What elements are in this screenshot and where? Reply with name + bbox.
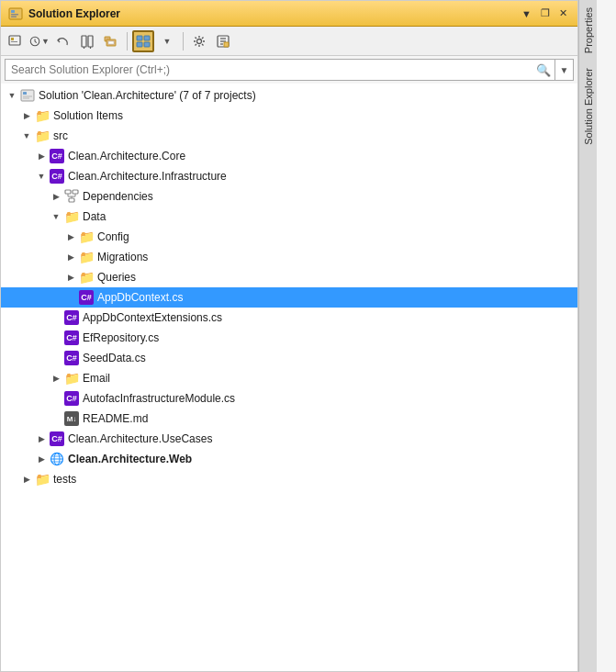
history-button[interactable]: ▼ bbox=[28, 30, 50, 52]
infra-expand bbox=[34, 169, 49, 184]
search-button[interactable]: 🔍 bbox=[532, 59, 554, 81]
close-button[interactable]: ✕ bbox=[556, 6, 570, 20]
sync-view-button[interactable] bbox=[5, 30, 27, 52]
tree-item-config[interactable]: 📁 Config bbox=[1, 227, 577, 247]
history-dropdown-arrow: ▼ bbox=[41, 37, 50, 46]
svg-rect-8 bbox=[82, 36, 86, 47]
active-view-button[interactable] bbox=[132, 30, 154, 52]
search-dropdown-button[interactable]: ▼ bbox=[554, 59, 573, 81]
view-options-dropdown[interactable]: ▼ bbox=[156, 30, 178, 52]
collapse-button[interactable] bbox=[76, 30, 98, 52]
tests-label: tests bbox=[53, 473, 76, 486]
tree-item-readme[interactable]: M↓ README.md bbox=[1, 409, 577, 429]
undo-button[interactable] bbox=[52, 30, 74, 52]
web-expand bbox=[34, 452, 49, 466]
appdbcontextext-csharp-icon: C# bbox=[63, 309, 80, 326]
title-text: Solution Explorer bbox=[28, 7, 120, 20]
svg-rect-15 bbox=[137, 36, 142, 40]
appdbcontext-csharp-icon: C# bbox=[78, 289, 95, 306]
toolbar-separator-1 bbox=[127, 32, 128, 50]
show-files-icon bbox=[104, 34, 118, 49]
side-panel: Properties Solution Explorer bbox=[578, 0, 597, 672]
svg-rect-30 bbox=[73, 190, 78, 194]
seeddata-label: SeedData.cs bbox=[83, 352, 146, 364]
tree-item-appdbcontextext[interactable]: C# AppDbContextExtensions.cs bbox=[1, 308, 577, 328]
src-label: src bbox=[53, 129, 68, 142]
tree-item-efrepository[interactable]: C# EfRepository.cs bbox=[1, 328, 577, 348]
tree-item-web[interactable]: Clean.Architecture.Web bbox=[1, 449, 577, 469]
folder-icon: 📁 bbox=[34, 107, 50, 124]
readme-md-icon: M↓ bbox=[63, 410, 80, 427]
title-bar-left: Solution Explorer bbox=[8, 6, 120, 21]
svg-rect-16 bbox=[137, 42, 142, 47]
queries-expand bbox=[63, 270, 78, 285]
solution-items-label: Solution Items bbox=[53, 109, 123, 122]
web-label: Clean.Architecture.Web bbox=[68, 453, 192, 465]
properties-tab[interactable]: Properties bbox=[581, 0, 596, 61]
toolbar-separator-2 bbox=[183, 32, 184, 50]
tree-item-autofac[interactable]: C# AutofacInfrastructureModule.cs bbox=[1, 388, 577, 409]
svg-rect-6 bbox=[11, 41, 17, 42]
svg-rect-31 bbox=[69, 198, 74, 202]
dependencies-icon bbox=[63, 188, 80, 205]
src-expand bbox=[19, 129, 34, 143]
view-dropdown-arrow: ▼ bbox=[163, 37, 172, 46]
tree-item-migrations[interactable]: 📁 Migrations bbox=[1, 247, 577, 267]
infra-csharp-icon: C# bbox=[49, 168, 65, 185]
svg-rect-14 bbox=[108, 41, 114, 44]
settings-icon bbox=[192, 34, 207, 49]
config-label: Config bbox=[97, 230, 129, 243]
usecases-csharp-icon: C# bbox=[49, 431, 65, 447]
svg-rect-3 bbox=[11, 16, 17, 17]
svg-rect-29 bbox=[65, 190, 71, 194]
svg-point-19 bbox=[197, 39, 202, 43]
solution-root[interactable]: Solution 'Clean.Architecture' (7 of 7 pr… bbox=[1, 85, 577, 106]
tree-item-data[interactable]: 📁 Data bbox=[1, 207, 577, 227]
tree-item-appdbcontext[interactable]: C# AppDbContext.cs bbox=[1, 287, 577, 308]
solution-icon bbox=[19, 87, 36, 104]
migrations-label: Migrations bbox=[97, 251, 148, 263]
core-expand bbox=[34, 149, 49, 163]
svg-rect-5 bbox=[11, 38, 14, 40]
title-bar: Solution Explorer ▼ ❐ ✕ bbox=[1, 1, 577, 27]
email-folder-icon: 📁 bbox=[63, 370, 80, 386]
show-all-files-button[interactable] bbox=[100, 30, 122, 52]
history-icon bbox=[29, 35, 40, 48]
solution-root-label: Solution 'Clean.Architecture' (7 of 7 pr… bbox=[39, 89, 256, 102]
data-label: Data bbox=[83, 210, 106, 223]
seeddata-csharp-icon: C# bbox=[63, 350, 80, 366]
tests-expand bbox=[19, 472, 34, 487]
search-input[interactable] bbox=[6, 62, 532, 78]
tree-item-dependencies[interactable]: Dependencies bbox=[1, 186, 577, 207]
settings-button[interactable] bbox=[188, 30, 210, 52]
data-expand bbox=[49, 209, 63, 224]
root-expand-icon bbox=[5, 88, 19, 103]
tree-item-usecases[interactable]: C# Clean.Architecture.UseCases bbox=[1, 429, 577, 449]
tree-item-seeddata[interactable]: C# SeedData.cs bbox=[1, 348, 577, 368]
svg-rect-9 bbox=[88, 36, 93, 47]
pin-button[interactable]: ▼ bbox=[519, 7, 534, 20]
float-button[interactable]: ❐ bbox=[538, 6, 553, 20]
tree-item-core[interactable]: C# Clean.Architecture.Core bbox=[1, 146, 577, 166]
search-bar: 🔍 ▼ bbox=[5, 59, 574, 81]
tree-item-email[interactable]: 📁 Email bbox=[1, 368, 577, 388]
properties-button[interactable] bbox=[212, 30, 234, 52]
solution-explorer-tab[interactable]: Solution Explorer bbox=[581, 61, 596, 152]
deps-expand bbox=[49, 189, 63, 204]
tree-area: Solution 'Clean.Architecture' (7 of 7 pr… bbox=[1, 84, 577, 671]
core-label: Clean.Architecture.Core bbox=[68, 150, 185, 162]
infra-label: Clean.Architecture.Infrastructure bbox=[68, 170, 227, 183]
sync-icon bbox=[8, 34, 23, 49]
tree-item-tests[interactable]: 📁 tests bbox=[1, 469, 577, 489]
svg-rect-18 bbox=[144, 42, 150, 47]
svg-rect-24 bbox=[224, 42, 229, 47]
config-folder-icon: 📁 bbox=[78, 229, 95, 245]
tree-item-solution-items[interactable]: 📁 Solution Items bbox=[1, 106, 577, 126]
tree-item-src[interactable]: 📁 src bbox=[1, 126, 577, 146]
readme-label: README.md bbox=[83, 412, 148, 425]
usecases-label: Clean.Architecture.UseCases bbox=[68, 432, 212, 445]
tree-item-infra[interactable]: C# Clean.Architecture.Infrastructure bbox=[1, 166, 577, 186]
svg-rect-25 bbox=[21, 90, 34, 101]
tree-item-queries[interactable]: 📁 Queries bbox=[1, 267, 577, 287]
appdbcontextext-label: AppDbContextExtensions.cs bbox=[83, 311, 222, 324]
